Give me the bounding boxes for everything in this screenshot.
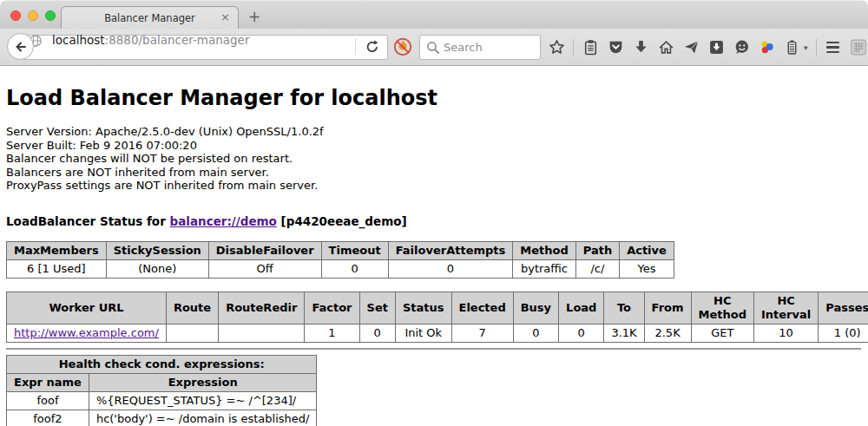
zoom-window-button[interactable] [45, 10, 56, 21]
home-icon [658, 39, 674, 56]
browser-window: Balancer Manager × + localhost:8880/bala… [0, 0, 868, 426]
col-route: Route [166, 292, 218, 324]
inherit-notice-line: Balancers are NOT inherited from main se… [6, 166, 861, 180]
clipboard-icon [582, 39, 599, 56]
col-factor: Factor [305, 292, 359, 324]
menu-button[interactable] [825, 39, 842, 56]
pocket-icon [608, 39, 624, 56]
divider [6, 348, 861, 350]
traffic-lights [10, 10, 56, 21]
table-title-row: Health check cond. expressions: [7, 355, 317, 373]
send-tab-button[interactable] [682, 39, 700, 56]
health-check-table: Health check cond. expressions: Expr nam… [6, 355, 317, 426]
cell-from: 2.5K [644, 324, 691, 342]
new-tab-button[interactable]: + [248, 8, 260, 25]
col-maxmembers: MaxMembers [7, 241, 107, 259]
table-header-row: MaxMembers StickySession DisableFailover… [7, 241, 674, 259]
home-button[interactable] [657, 39, 674, 56]
tab-close-icon[interactable]: × [220, 11, 230, 23]
cell-hc-interval: 10 [753, 324, 818, 342]
col-disablefailover: DisableFailover [208, 241, 321, 259]
col-path: Path [575, 241, 619, 259]
cell-timeout: 0 [321, 259, 388, 278]
balancer-settings-table: MaxMembers StickySession DisableFailover… [6, 241, 674, 279]
table-row: foof %{REQUEST_STATUS} =~ /^[234]/ [7, 391, 317, 410]
server-built-line: Server Built: Feb 9 2016 07:00:20 [6, 139, 861, 153]
cell-expr-name: foof2 [7, 410, 89, 426]
navigation-toolbar: localhost:8880/balancer-manager [0, 29, 868, 66]
col-set: Set [359, 292, 395, 324]
extension-download-button[interactable] [707, 39, 725, 56]
cell-status: Init Ok [395, 324, 451, 342]
search-input[interactable] [444, 36, 537, 58]
cell-active: Yes [620, 259, 674, 278]
cell-path: /c/ [575, 259, 619, 278]
col-expression: Expression [89, 373, 317, 391]
proxypass-notice-line: ProxyPass settings are NOT inherited fro… [6, 179, 861, 193]
toolbar-separator [816, 39, 817, 56]
col-passes: Passes [819, 292, 868, 324]
smiley-balloon-icon [733, 39, 750, 56]
hc-table-title: Health check cond. expressions: [7, 355, 317, 373]
cell-expression: hc('body') =~ /domain is established/ [89, 410, 317, 426]
cell-passes: 1 (0) [819, 324, 868, 342]
plugin-blocked-icon[interactable] [392, 36, 413, 57]
battery-extension-button[interactable] [783, 39, 800, 56]
downloads-button[interactable] [632, 39, 649, 56]
table-header-row: Expr name Expression [7, 373, 317, 391]
cell-routeredir [219, 324, 305, 342]
col-failoverattempts: FailoverAttempts [388, 241, 513, 259]
star-icon [549, 39, 565, 56]
cell-set: 0 [359, 324, 395, 342]
bookmarks-menu-button[interactable] [582, 39, 599, 56]
server-info: Server Version: Apache/2.5.0-dev (Unix) … [6, 125, 861, 193]
server-version-line: Server Version: Apache/2.5.0-dev (Unix) … [6, 125, 861, 139]
back-arrow-icon [13, 39, 29, 55]
col-timeout: Timeout [321, 241, 388, 259]
cell-busy: 0 [513, 324, 558, 342]
pocket-button[interactable] [607, 39, 624, 56]
colorful-extension-button[interactable] [758, 39, 775, 56]
col-routeredir: RouteRedir [219, 292, 305, 324]
back-button[interactable] [7, 33, 34, 60]
emoji-extension-button[interactable] [733, 39, 750, 56]
worker-url-link[interactable]: http://www.example.com/ [14, 326, 159, 339]
search-icon [425, 40, 441, 56]
cell-to: 3.1K [604, 324, 644, 342]
urlbar-divider [355, 38, 356, 55]
close-window-button[interactable] [10, 10, 21, 21]
tab-bar: Balancer Manager × + [0, 0, 868, 29]
grid-extension-button[interactable] [850, 39, 867, 56]
col-status: Status [395, 292, 451, 324]
persist-notice-line: Balancer changes will NOT be persisted o… [6, 152, 861, 166]
cell-worker-url: http://www.example.com/ [7, 324, 167, 342]
col-stickysession: StickySession [106, 241, 208, 259]
table-row: http://www.example.com/ 1 0 Init Ok 7 0 … [7, 324, 868, 342]
search-bar[interactable] [419, 35, 541, 60]
cell-stickysession: (None) [106, 259, 208, 278]
col-expr-name: Expr name [7, 373, 89, 391]
bookmark-star-button[interactable] [548, 39, 565, 56]
tab-title: Balancer Manager [104, 12, 195, 24]
tab-balancer-manager[interactable]: Balancer Manager × [61, 6, 239, 29]
loadbalancer-status-heading: LoadBalancer Status for balancer://demo … [6, 214, 861, 228]
table-row: 6 [1 Used] (None) Off 0 0 bytraffic /c/ … [7, 259, 674, 278]
col-active: Active [620, 241, 674, 259]
chevron-down-icon[interactable]: ▾ [804, 43, 808, 52]
square-download-icon [708, 39, 725, 56]
cell-elected: 7 [451, 324, 513, 342]
minimize-window-button[interactable] [28, 10, 38, 21]
col-busy: Busy [513, 292, 558, 324]
cell-load: 0 [559, 324, 604, 342]
balancer-demo-link[interactable]: balancer://demo [170, 214, 277, 228]
cell-disablefailover: Off [208, 259, 321, 278]
col-elected: Elected [451, 292, 513, 324]
colored-dots-icon [759, 39, 775, 56]
cell-expr-name: foof [7, 391, 89, 410]
col-to: To [604, 292, 644, 324]
cell-method: bytraffic [513, 259, 575, 278]
col-from: From [644, 292, 691, 324]
toolbar-separator [573, 39, 574, 56]
reload-icon[interactable] [364, 38, 381, 56]
cell-expression: %{REQUEST_STATUS} =~ /^[234]/ [89, 391, 317, 410]
